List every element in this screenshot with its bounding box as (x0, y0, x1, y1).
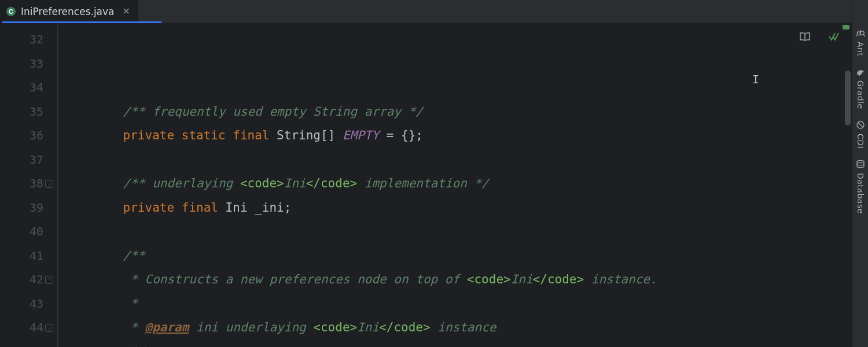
analysis-stripe-ok (843, 25, 849, 29)
line-number: 35 (0, 100, 43, 124)
line-number: 40 (0, 220, 43, 244)
code-text-area[interactable]: /** frequently used empty String array *… (58, 23, 852, 347)
svg-point-2 (857, 32, 860, 35)
line-number: 37 (0, 148, 43, 172)
editor-status-widgets (799, 30, 840, 43)
tool-database[interactable]: Database (852, 154, 868, 220)
code-line (94, 148, 852, 172)
text-cursor-icon: 𝙸 (752, 72, 759, 86)
fold-toggle-icon[interactable]: ⌃ (45, 276, 53, 284)
line-number: 41 (0, 244, 43, 268)
right-tool-strip: Ant Gradle CDI Database (852, 0, 868, 347)
vertical-scrollbar-thumb[interactable] (845, 71, 851, 125)
code-line: * Constructs a new preferences node on t… (94, 268, 852, 292)
line-number: 36 (0, 124, 43, 148)
tool-database-label: Database (856, 173, 865, 214)
cdi-icon (855, 120, 866, 130)
code-line: * (94, 292, 852, 316)
code-line: */ (94, 340, 852, 348)
close-tab-icon[interactable]: ✕ (123, 6, 130, 17)
code-line: private final Ini _ini; (94, 196, 852, 220)
svg-point-10 (857, 161, 864, 163)
svg-point-3 (860, 31, 863, 35)
java-class-file-icon: C (6, 6, 16, 17)
tool-ant-label: Ant (856, 42, 865, 56)
code-line: /** (94, 244, 852, 268)
code-line: private static final String[] EMPTY = {}… (94, 124, 852, 148)
fold-toggle-icon[interactable]: ⌄ (45, 180, 53, 188)
gradle-icon (855, 67, 866, 77)
svg-line-7 (863, 35, 865, 36)
line-number-gutter: 32333435363738394041424344 ⌄⌃⌄ (0, 23, 58, 347)
line-number: 44 (0, 316, 43, 340)
svg-text:C: C (9, 8, 13, 15)
editor-tab[interactable]: C IniPreferences.java ✕ (0, 0, 138, 23)
line-number: 42 (0, 268, 43, 292)
line-number: 33 (0, 52, 43, 76)
tool-gradle[interactable]: Gradle (852, 62, 868, 115)
line-number: 34 (0, 76, 43, 100)
reader-mode-icon[interactable] (799, 30, 811, 43)
tool-gradle-label: Gradle (856, 80, 865, 109)
indent-guide (58, 28, 58, 347)
code-line: /** underlaying <code>Ini</code> impleme… (94, 172, 852, 196)
line-number: 43 (0, 292, 43, 316)
editor-tab-filename: IniPreferences.java (21, 6, 115, 17)
editor-tab-strip: C IniPreferences.java ✕ (0, 0, 868, 23)
code-line (94, 220, 852, 244)
tool-cdi-label: CDI (856, 134, 865, 149)
ant-icon (855, 28, 866, 38)
code-line: /** frequently used empty String array *… (94, 100, 852, 124)
fold-toggle-icon[interactable]: ⌄ (45, 324, 53, 332)
line-number: 39 (0, 196, 43, 220)
tool-cdi[interactable]: CDI (852, 115, 868, 154)
svg-line-9 (858, 123, 863, 127)
analysis-ok-icon[interactable] (827, 30, 840, 43)
database-icon (855, 159, 866, 169)
line-number: 32 (0, 28, 43, 52)
line-number: 38 (0, 172, 43, 196)
code-line: * @param ini underlaying <code>Ini</code… (94, 316, 852, 340)
code-editor[interactable]: 32333435363738394041424344 ⌄⌃⌄ /** frequ… (0, 23, 852, 347)
tool-ant[interactable]: Ant (852, 23, 868, 62)
svg-line-6 (856, 35, 857, 36)
